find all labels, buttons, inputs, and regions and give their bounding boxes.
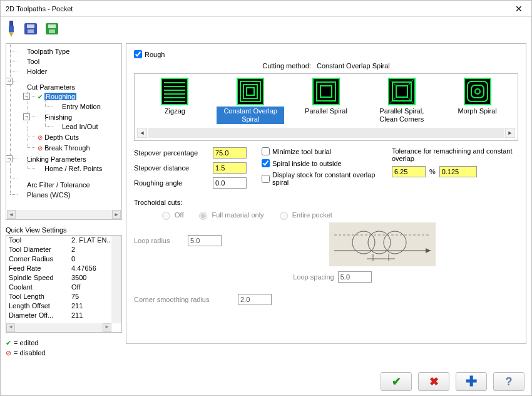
svg-rect-16 [237,78,263,105]
quickview-panel: Tool2. FLAT EN..Tool Diameter2Corner Rad… [6,235,122,333]
spiral-inside-checkbox[interactable]: Spiral inside to outside [262,159,377,167]
expander-icon[interactable]: − [23,93,30,100]
check-icon: ✔ [36,93,43,102]
expander-icon[interactable]: − [23,113,30,120]
tree-item-depth-cuts[interactable]: ⊘Depth Cuts [28,132,120,143]
method-zigzag[interactable]: Zigzag [141,78,208,116]
methods-hscrollbar[interactable]: ◄ ► [137,128,515,138]
quickview-row: Tool2. FLAT EN.. [6,236,121,245]
save-icon[interactable] [23,22,38,36]
corner-smoothing-input [238,294,272,305]
quickview-row: CoolantOff [6,283,121,292]
disabled-icon: ⊘ [36,133,43,142]
tree-item-arc-filter[interactable]: Arc Filter / Tolerance [10,174,120,190]
rough-checkbox[interactable]: Rough [134,50,165,58]
close-icon[interactable]: ✕ [511,4,526,14]
svg-rect-7 [48,24,56,28]
tree-item-lead-inout[interactable]: Lead In/Out [45,122,120,132]
tree-item-planes[interactable]: Planes (WCS) [10,190,120,200]
method-constant-overlap-spiral[interactable]: Constant Overlap Spiral [217,78,284,124]
svg-rect-8 [49,29,55,33]
stepover-pct-input[interactable] [213,147,247,159]
tree-item-linking-parameters[interactable]: − Linking Parameters Home / Ref. Points [10,154,120,174]
corner-smoothing-label: Corner smoothing radius [134,296,234,303]
rough-angle-input[interactable] [213,177,247,189]
expander-icon[interactable]: − [6,155,13,162]
legend: ✔= edited ⊘= disabled [6,338,122,358]
minimize-burial-checkbox[interactable]: Minimize tool burial [262,147,377,155]
tree-hscrollbar[interactable]: ◄► [7,210,121,219]
quickview-row: Feed Rate4.47656 [6,264,121,273]
quickview-title: Quick View Settings [6,226,122,234]
svg-rect-0 [9,21,13,26]
toolbar [1,17,531,41]
quickview-vscrollbar[interactable] [111,236,121,323]
help-button[interactable]: ? [493,372,524,391]
troch-entire-radio[interactable]: Entire pocket [277,210,332,220]
disabled-icon: ⊘ [36,144,43,153]
method-parallel-spiral-clean[interactable]: Parallel Spiral, Clean Corners [368,78,436,124]
trochoidal-title: Trochoidal cuts: [134,199,518,206]
tree-item-finishing[interactable]: − Finishing Lead In/Out [28,112,120,132]
method-picker: Zigzag Constant Overlap Spiral Parallel … [134,73,518,141]
pct-symbol: % [429,168,436,175]
tol-val-input[interactable] [439,166,477,177]
tolerance-label: Tolerance for remachining and constant o… [392,147,518,162]
ok-button[interactable]: ✔ [381,372,412,391]
save-green-icon[interactable] [44,22,59,36]
quickview-row: Spindle Speed3500 [6,273,121,283]
method-morph-spiral[interactable]: Morph Spiral [444,78,511,116]
cancel-button[interactable]: ✖ [418,372,449,391]
scroll-right-icon[interactable]: ► [505,128,515,138]
stepover-dist-input[interactable] [213,162,247,174]
loop-radius-label: Loop radius [134,237,184,244]
quickview-row: Tool Length75 [6,292,121,301]
tree-panel: Toolpath Type Tool Holder − Cut Paramete… [6,43,122,220]
tree-item-home-ref[interactable]: Home / Ref. Points [28,164,120,174]
quickview-row: Diameter Off...211 [6,311,121,320]
quickview-row: Length Offset211 [6,301,121,311]
cutting-method-label: Cutting method: [262,62,311,70]
display-stock-checkbox[interactable]: Display stock for constant overlap spira… [262,171,377,186]
tol-pct-input[interactable] [392,166,426,177]
stepover-pct-label: Stepover percentage [134,149,209,157]
add-button[interactable]: ✚ [456,372,487,391]
quickview-hscrollbar[interactable]: ◄► [6,323,111,332]
svg-marker-2 [9,32,14,37]
method-parallel-spiral[interactable]: Parallel Spiral [292,78,360,116]
main-panel: Rough Cutting method: Constant Overlap S… [126,43,526,344]
tree-item-break-through[interactable]: ⊘Break Through [28,143,120,154]
tree-item-roughing[interactable]: − ✔Roughing Entry Motion [28,91,120,112]
svg-rect-4 [27,24,34,28]
quickview-row: Corner Radius0 [6,254,121,264]
tree-item-cut-parameters[interactable]: − Cut Parameters − ✔Roughing Entry Motio… [10,76,120,154]
expander-icon[interactable]: − [6,78,13,85]
rough-angle-label: Roughing angle [134,179,209,187]
tree-item-tool[interactable]: Tool [10,56,120,66]
quickview-row: Tool Diameter2 [6,245,121,254]
loop-spacing-label: Loop spacing [293,273,334,281]
svg-marker-36 [426,248,431,253]
cutting-method-value: Constant Overlap Spiral [317,62,390,70]
svg-rect-5 [28,29,34,33]
stepover-dist-label: Stepover distance [134,164,209,172]
troch-off-radio[interactable]: Off [159,210,183,220]
window-title: 2D Toolpaths - Pocket [6,5,511,13]
check-icon: ✔ [6,338,11,348]
scroll-left-icon[interactable]: ◄ [137,128,147,138]
troch-full-radio[interactable]: Full material only [196,210,263,220]
svg-rect-1 [9,26,14,32]
tree-item-toolpath-type[interactable]: Toolpath Type [10,46,120,56]
tree-item-entry-motion[interactable]: Entry Motion [45,102,120,112]
trochoidal-diagram [329,222,436,266]
tool-icon[interactable] [6,21,17,37]
loop-radius-input [188,235,222,246]
disabled-icon: ⊘ [6,348,11,358]
tree-item-holder[interactable]: Holder [10,66,120,76]
loop-spacing-input [338,271,372,283]
